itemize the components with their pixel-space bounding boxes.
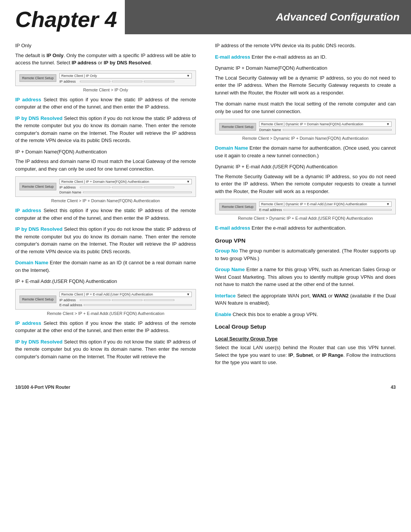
screenshot-ip-only: Remote Client Setup Remote Client | IP O… xyxy=(15,70,196,86)
screenshot-label4: Remote Client Setup xyxy=(219,123,256,131)
footer-page-number: 43 xyxy=(391,385,396,390)
user-fqdn-heading: IP + E-mail Addr.(USER FQDN) Authenticat… xyxy=(15,278,196,285)
screenshot-fields2: Remote Client | IP + Domain Name(FQDN) A… xyxy=(59,179,192,194)
remote-client-dropdown[interactable]: Remote Client | IP Only▼ xyxy=(59,73,192,78)
fqdn-para: The IP address and domain name ID must m… xyxy=(15,158,196,173)
ip-address-para: IP address Select this option if you kno… xyxy=(15,96,196,111)
email2-para: E-mail address Enter the e-mail address … xyxy=(215,224,396,232)
ip-field-row2: IP address xyxy=(59,185,192,189)
ip-address3-para: IP address Select this option if you kno… xyxy=(15,320,196,334)
screenshot1-caption: Remote Client > IP Only xyxy=(15,88,196,92)
ip-input3[interactable] xyxy=(144,81,174,82)
screenshot-user-fqdn: Remote Client Setup Remote Client | IP +… xyxy=(15,289,196,310)
email-field-row2: E-mail address xyxy=(259,208,392,212)
screenshot5-caption: Remote Client > Dynamic IP + E-mail Addr… xyxy=(215,216,396,220)
title-area: Advanced Configuration xyxy=(125,0,411,34)
domain-name-para: Domain Name Enter the domain name as an … xyxy=(15,259,196,274)
ip-input9[interactable] xyxy=(144,299,174,301)
enable-para: Enable Check this box to enable a group … xyxy=(215,311,396,318)
chapter-label-area: Chapter 4 xyxy=(0,0,125,34)
ip-only-para1: The default is IP Only. Only the compute… xyxy=(15,52,196,67)
dynamic-user-fqdn-heading: Dynamic IP + E-mail Addr.(USER FQDN) Aut… xyxy=(215,163,396,171)
screenshot4-caption: Remote Client > Dynamic IP + Domain Name… xyxy=(215,136,396,141)
screenshot-label2: Remote Client Setup xyxy=(19,183,56,190)
email-input[interactable] xyxy=(84,304,192,306)
screenshot-fields5: Remote Client | Dynamic IP + E-mail Add.… xyxy=(259,201,392,212)
domain-input[interactable] xyxy=(83,192,192,193)
dropdown-row2: Remote Client | IP + Domain Name(FQDN) A… xyxy=(59,179,192,184)
ip-input4[interactable] xyxy=(80,187,110,188)
ip-input1[interactable] xyxy=(80,81,110,82)
ip-address2-para: IP address Select this option if you kno… xyxy=(15,207,196,222)
domain-match-para: The domain name must match the local set… xyxy=(215,100,396,115)
footer-product: 10/100 4-Port VPN Router xyxy=(15,385,70,390)
screenshot-dynamic-user-fqdn: Remote Client Setup Remote Client | Dyna… xyxy=(215,199,396,214)
ip-input5[interactable] xyxy=(112,187,142,188)
ip-input2[interactable] xyxy=(112,81,142,82)
dropdown-row: Remote Client | IP Only▼ xyxy=(59,73,192,78)
local-group-heading: Local Group Setup xyxy=(215,323,396,331)
chapter-label: Chapter 4 xyxy=(15,8,117,30)
dns-records-text: IP address of the remote VPN device via … xyxy=(215,42,396,50)
user-fqdn-dropdown[interactable]: Remote Client | IP + E-mail Add.(User FQ… xyxy=(59,292,192,297)
ip-only-heading: IP Only xyxy=(15,42,196,50)
dynamic-fqdn-dropdown[interactable]: Remote Client | Dynamic IP + Domain Name… xyxy=(259,121,392,127)
fqdn-dropdown[interactable]: Remote Client | IP + Domain Name(FQDN) A… xyxy=(59,179,192,184)
dynamic-user-fqdn-para: The Remote Security Gateway will be a dy… xyxy=(215,173,396,195)
screenshot2-caption: Remote Client > IP + Domain Name(FQDN) A… xyxy=(15,198,196,203)
page-header: Chapter 4 Advanced Configuration xyxy=(0,0,411,34)
left-column: IP Only The default is IP Only. Only the… xyxy=(15,42,206,370)
domain-field-row2: Domain Name xyxy=(259,128,392,132)
dynamic-fqdn-para: The Local Security Gateway will be a dyn… xyxy=(215,74,396,97)
ip-input7[interactable] xyxy=(80,299,110,301)
screenshot-dynamic-fqdn: Remote Client Setup Remote Client | Dyna… xyxy=(215,119,396,134)
domain-field-row: Domain Name xyxy=(59,190,192,194)
fqdn-heading: IP + Domain Name(FQDN) Authentication xyxy=(15,148,196,156)
screenshot-fields: Remote Client | IP Only▼ IP address xyxy=(59,73,192,83)
email-address-para: E-mail address Enter the e-mail address … xyxy=(215,53,396,61)
screenshot-label: Remote Client Setup xyxy=(19,74,56,82)
email-field-row: E-mail address xyxy=(59,303,192,307)
domain-input2[interactable] xyxy=(283,129,392,131)
screenshot-fields3: Remote Client | IP + E-mail Add.(User FQ… xyxy=(59,292,192,307)
dynamic-fqdn-heading: Dynamic IP + Domain Name(FQDN) Authentic… xyxy=(215,64,396,72)
local-security-subheading: Local Security Group Type xyxy=(215,335,396,343)
screenshot-label5: Remote Client Setup xyxy=(219,203,256,211)
domain-name2-para: Domain Name Enter the domain name for au… xyxy=(215,144,396,159)
page-footer: 10/100 4-Port VPN Router 43 xyxy=(0,382,411,393)
dropdown-row3: Remote Client | IP + E-mail Add.(User FQ… xyxy=(59,292,192,297)
main-content: IP Only The default is IP Only. Only the… xyxy=(0,34,411,378)
email-input2[interactable] xyxy=(284,209,392,211)
group-name-para: Group Name Enter a name for this group V… xyxy=(215,266,396,288)
screenshot3-caption: Remote Client > IP + E-mail Addr.(USER F… xyxy=(15,311,196,316)
ip-field-row: IP address xyxy=(59,80,192,83)
page-title: Advanced Configuration xyxy=(276,11,400,23)
dropdown-row5: Remote Client | Dynamic IP + E-mail Add.… xyxy=(259,201,392,207)
right-column: IP address of the remote VPN device via … xyxy=(206,42,396,370)
screenshot-label3: Remote Client Setup xyxy=(19,296,56,303)
ip-input8[interactable] xyxy=(112,299,142,301)
local-security-para: Select the local LAN user(s) behind the … xyxy=(215,344,396,366)
ip-field-row3: IP address xyxy=(59,298,192,302)
ip-dns2-para: IP by DNS Resolved Select this option if… xyxy=(15,225,196,255)
dropdown-row4: Remote Client | Dynamic IP + Domain Name… xyxy=(259,121,392,127)
screenshot-fields4: Remote Client | Dynamic IP + Domain Name… xyxy=(259,121,392,132)
dynamic-user-fqdn-dropdown[interactable]: Remote Client | Dynamic IP + E-mail Add.… xyxy=(259,201,392,207)
ip-dns-resolved-para: IP by DNS Resolved Select this option if… xyxy=(15,115,196,144)
interface-para: Interface Select the appropriate WAN por… xyxy=(215,292,396,307)
group-vpn-heading: Group VPN xyxy=(215,236,396,245)
group-no-para: Group No The group number is automatical… xyxy=(215,247,396,262)
ip-input6[interactable] xyxy=(144,187,174,188)
ip-dns3-para: IP by DNS Resolved Select this option if… xyxy=(15,338,196,361)
screenshot-fqdn: Remote Client Setup Remote Client | IP +… xyxy=(15,176,196,197)
